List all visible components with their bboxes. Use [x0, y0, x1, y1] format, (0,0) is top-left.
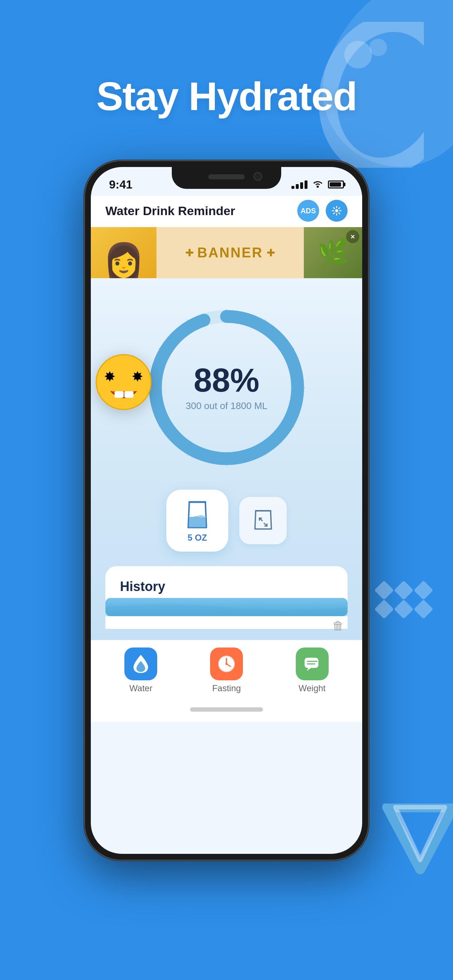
history-wave	[105, 598, 348, 616]
nav-weight-icon-wrapper	[296, 648, 329, 680]
trash-icon[interactable]: 🗑	[332, 619, 344, 633]
nav-fasting-icon-wrapper	[210, 648, 243, 680]
quick-add-section: 5 OZ	[105, 490, 348, 552]
nav-fasting-label: Fasting	[212, 683, 241, 694]
progress-percentage: 88%	[186, 364, 267, 397]
svg-point-1	[344, 41, 372, 68]
v-shape-decoration	[380, 803, 453, 878]
diamond-6	[414, 600, 433, 619]
nav-item-water[interactable]: Water	[115, 648, 166, 694]
battery-icon	[328, 180, 344, 188]
header-icons: ADS	[297, 200, 348, 222]
history-title: History	[120, 579, 333, 594]
water-amount-label: 5 OZ	[187, 533, 207, 543]
svg-text:✸: ✸	[132, 369, 144, 384]
nav-item-weight[interactable]: Weight	[287, 648, 338, 694]
progress-circle-container: 88% 300 out of 1800 ML	[139, 300, 314, 475]
signal-bar-1	[292, 186, 294, 189]
banner-close-button[interactable]: ×	[346, 230, 359, 243]
status-time: 9:41	[109, 178, 132, 191]
emoji-mascot: ✸ ✸	[94, 353, 153, 422]
speaker	[208, 174, 245, 180]
main-content: ✸ ✸	[91, 278, 362, 640]
nav-water-label: Water	[129, 683, 152, 694]
banner-text: BANNER	[197, 245, 263, 261]
diamond-1	[374, 581, 394, 600]
banner-ad[interactable]: 👩 ✚ BANNER ✚ 🌿 ×	[91, 227, 362, 278]
app-title: Water Drink Reminder	[105, 204, 235, 218]
nav-water-icon-wrapper	[124, 648, 157, 680]
diamond-3	[414, 581, 433, 600]
app-header: Water Drink Reminder ADS	[91, 196, 362, 227]
svg-point-3	[335, 209, 338, 212]
ads-button[interactable]: ADS	[297, 200, 319, 222]
nav-item-fasting[interactable]: Fasting	[201, 648, 252, 694]
signal-bars	[292, 180, 308, 189]
banner-left-illustration: 👩	[91, 227, 156, 278]
nav-weight-label: Weight	[299, 683, 326, 694]
phone-screen: 9:41 Wat	[91, 167, 362, 854]
circle-text: 88% 300 out of 1800 ML	[186, 364, 267, 412]
history-section: History 🗑	[105, 566, 348, 629]
add-water-primary-button[interactable]: 5 OZ	[166, 490, 228, 552]
diamond-decorations	[377, 583, 431, 616]
home-indicator-area	[91, 705, 362, 722]
bottom-nav: Water Fasting	[91, 640, 362, 705]
progress-subtitle: 300 out of 1800 ML	[186, 400, 267, 412]
signal-bar-3	[300, 182, 303, 189]
svg-rect-8	[124, 391, 134, 398]
battery-fill	[330, 182, 341, 187]
banner-center: ✚ BANNER ✚	[156, 245, 304, 261]
svg-rect-29	[305, 658, 318, 668]
diamond-5	[394, 600, 414, 619]
hero-title: Stay Hydrated	[0, 73, 453, 119]
notch	[172, 167, 281, 189]
phone-frame: 9:41 Wat	[84, 161, 369, 861]
svg-text:✸: ✸	[104, 369, 116, 384]
camera	[254, 172, 262, 181]
home-indicator	[190, 707, 263, 712]
svg-rect-7	[115, 391, 124, 398]
diamond-4	[374, 600, 394, 619]
wifi-icon	[312, 179, 324, 190]
signal-bar-4	[305, 180, 308, 189]
phone-mockup: 9:41 Wat	[84, 161, 369, 861]
diamond-2	[394, 581, 414, 600]
svg-point-28	[225, 663, 228, 665]
status-icons	[292, 179, 344, 190]
svg-point-2	[370, 39, 387, 56]
signal-bar-2	[296, 184, 299, 189]
progress-area: ✸ ✸	[105, 300, 348, 475]
add-water-custom-button[interactable]	[239, 497, 287, 544]
settings-button[interactable]	[326, 200, 348, 222]
